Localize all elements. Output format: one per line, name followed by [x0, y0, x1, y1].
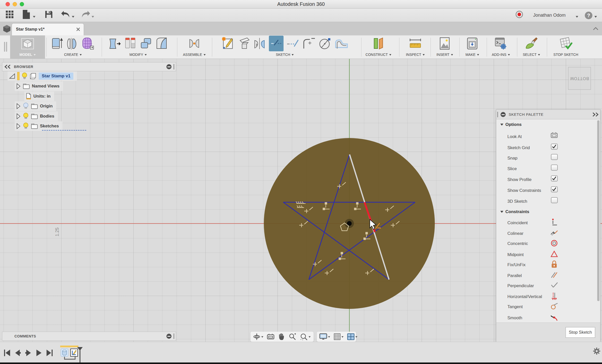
orbit-caret-icon[interactable] [261, 336, 263, 339]
browser-row-root[interactable]: Star Stamp v1 [8, 71, 77, 81]
browser-minimize-icon[interactable] [166, 64, 171, 69]
palette-drag-handle[interactable] [497, 112, 498, 117]
collapse-browser-icon[interactable] [4, 64, 11, 69]
form-icon[interactable] [81, 37, 94, 50]
look-at-button-icon[interactable] [550, 132, 558, 139]
undo-caret[interactable] [72, 16, 74, 19]
browser-item-label[interactable]: Origin [40, 104, 53, 109]
visibility-bulb-icon[interactable] [23, 122, 29, 130]
pan-hand-icon[interactable] [278, 333, 285, 340]
browser-item-label[interactable]: Bodies [40, 114, 54, 119]
revolve-icon[interactable] [67, 37, 78, 50]
fillet-icon[interactable] [155, 37, 168, 50]
browser-resize-handle[interactable] [174, 64, 174, 70]
extrude-icon[interactable] [51, 37, 63, 50]
workspace-switcher[interactable]: MODEL [10, 35, 45, 59]
offset-icon[interactable] [335, 37, 348, 50]
smooth-icon[interactable] [550, 313, 558, 322]
modify-label[interactable]: MODIFY [130, 53, 143, 57]
zoom-window-caret-icon[interactable] [309, 336, 311, 339]
stop-sketch-button[interactable]: Stop Sketch [566, 327, 595, 338]
stop-sketch-label[interactable]: STOP SKETCH [553, 53, 578, 57]
stop-sketch-icon[interactable] [559, 37, 573, 50]
expand-arrow-icon[interactable] [16, 123, 21, 129]
comments-minimize-icon[interactable] [166, 334, 171, 339]
grid-settings-icon[interactable] [334, 333, 341, 340]
record-icon[interactable] [515, 10, 524, 19]
redo-caret[interactable] [92, 16, 94, 19]
palette-minimize-icon[interactable] [501, 112, 506, 117]
browser-root-label[interactable]: Star Stamp v1 [39, 73, 73, 80]
visibility-bulb-icon[interactable] [22, 72, 28, 80]
mirror-icon[interactable] [253, 37, 266, 50]
grid-caret-icon[interactable] [341, 336, 343, 339]
midpoint-icon[interactable] [550, 250, 558, 258]
preferences-gear-icon[interactable] [593, 347, 600, 355]
construction-line-icon[interactable] [287, 37, 299, 50]
file-menu-icon[interactable] [22, 9, 30, 19]
browser-row-sketches[interactable]: Sketches [15, 121, 62, 131]
comments-bar[interactable]: COMMENTS [2, 332, 176, 341]
colinear-icon[interactable] [550, 229, 558, 237]
user-account-menu[interactable]: Jonathan Odom [533, 9, 566, 22]
redo-icon[interactable] [80, 10, 91, 18]
sketch-fillet-icon[interactable] [302, 37, 315, 50]
minimize-window-button[interactable] [13, 2, 17, 6]
sketch-label[interactable]: SKETCH [276, 53, 290, 57]
scripts-addins-icon[interactable] [494, 37, 507, 50]
perpendicular-icon[interactable] [550, 281, 558, 289]
browser-item-label[interactable]: Sketches [40, 124, 59, 129]
zoom-icon[interactable] [289, 333, 296, 340]
horizontal-vertical-icon[interactable] [551, 292, 558, 300]
assemble-label[interactable]: ASSEMBLE [183, 53, 202, 57]
select-brush-icon[interactable] [525, 37, 538, 50]
browser-row-bodies[interactable]: Bodies [15, 111, 58, 121]
sketch-dimension-icon[interactable] [318, 37, 332, 50]
tab-close-icon[interactable] [76, 27, 80, 31]
help-menu-caret[interactable] [594, 16, 597, 19]
tangent-icon[interactable] [550, 302, 558, 310]
line-tool-active[interactable] [269, 36, 284, 51]
toolbar-drag-handle[interactable] [4, 42, 8, 53]
visibility-bulb-icon[interactable] [23, 112, 29, 120]
parallel-icon[interactable] [550, 271, 558, 279]
viewcube[interactable]: BOTTOM [568, 67, 591, 90]
data-panel-grid-icon[interactable] [5, 10, 14, 19]
snap-checkbox[interactable] [551, 154, 558, 160]
project-icon[interactable] [237, 37, 250, 50]
user-menu-caret[interactable] [576, 16, 578, 19]
create-sketch-icon[interactable] [221, 37, 234, 50]
inspect-label[interactable]: INSPECT [406, 53, 421, 57]
browser-row-units[interactable]: Units: in [24, 92, 54, 101]
insert-image-icon[interactable] [439, 37, 450, 50]
visibility-bulb-off-icon[interactable] [23, 102, 29, 110]
browser-item-label[interactable]: Units: in [33, 94, 51, 99]
joint-icon[interactable] [188, 37, 201, 50]
timeline-playback-controls[interactable] [3, 349, 56, 357]
display-caret-icon[interactable] [328, 336, 330, 339]
measure-icon[interactable] [408, 37, 422, 50]
viewports-icon[interactable] [347, 333, 355, 340]
undo-icon[interactable] [60, 10, 71, 18]
browser-header[interactable]: BROWSER [2, 62, 176, 71]
timeline-feature-extrude[interactable] [61, 349, 68, 357]
sketch-grid-checkbox[interactable] [551, 144, 558, 150]
look-at-icon[interactable] [267, 334, 274, 340]
expand-arrow-icon[interactable] [16, 113, 21, 119]
appearance-icon[interactable] [124, 37, 137, 50]
browser-item-label[interactable]: Named Views [32, 84, 59, 89]
timeline-rollback-bar[interactable] [60, 346, 78, 347]
show-constraints-checkbox[interactable] [551, 186, 558, 192]
sketch-palette-header[interactable]: SKETCH PALETTE [496, 110, 600, 119]
press-pull-icon[interactable] [108, 37, 121, 50]
orbit-icon[interactable] [253, 333, 261, 340]
display-settings-icon[interactable] [319, 333, 327, 340]
collapse-toolbar-chevron-icon[interactable] [593, 27, 598, 31]
viewcube-face-label[interactable]: BOTTOM [570, 76, 589, 81]
tab-star-stamp[interactable]: Star Stamp v1* [12, 23, 84, 35]
select-label[interactable]: SELECT [523, 53, 536, 57]
coincident-icon[interactable] [550, 218, 558, 226]
file-menu-caret[interactable] [33, 16, 35, 19]
browser-row-named-views[interactable]: Named Views [15, 81, 63, 91]
3d-sketch-checkbox[interactable] [551, 197, 558, 203]
